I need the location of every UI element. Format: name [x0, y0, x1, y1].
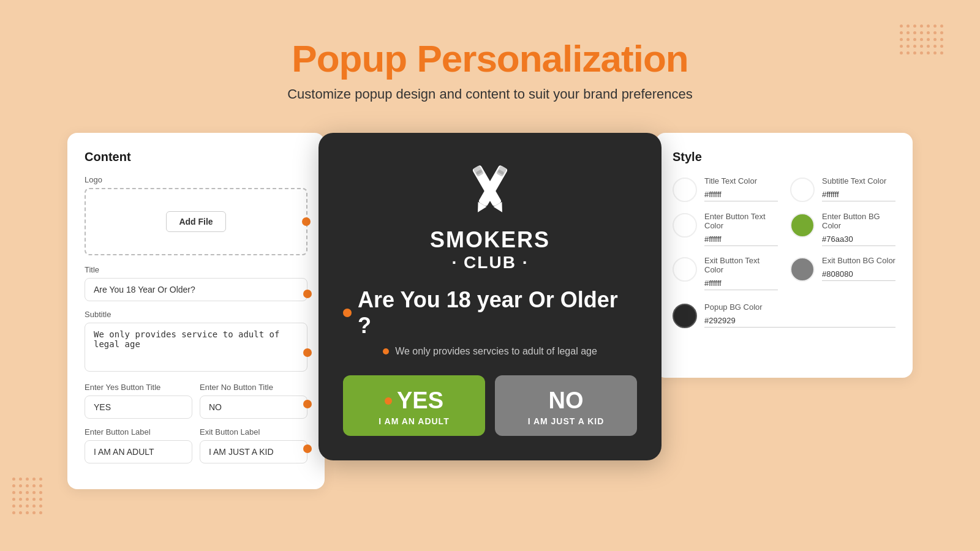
title-orange: Personalization [417, 37, 688, 80]
connector-dot-logo [302, 217, 311, 226]
popup-subtitle-text: We only provides servcies to adult of le… [395, 346, 597, 357]
yes-button[interactable]: YES I AM AN ADULT [343, 375, 485, 436]
add-file-button[interactable]: Add File [166, 211, 225, 232]
enter-btn-text-color-value[interactable]: #ffffff [704, 233, 778, 246]
title-text-color-circle[interactable] [673, 178, 697, 202]
title-black: Popup [292, 37, 407, 80]
subtitle-text-color-label: Subtitle Text Color [822, 176, 895, 186]
yes-button-label-row: YES [385, 388, 443, 414]
connector-dot-no [303, 400, 312, 408]
page-header: Popup Personalization Customize popup de… [0, 0, 980, 114]
no-button-sub: I AM JUST A KID [528, 416, 605, 426]
orange-dot-title [343, 309, 352, 317]
popup-bg-color-circle[interactable] [673, 304, 697, 328]
yes-orange-dot [385, 397, 392, 405]
enter-btn-bg-color-circle[interactable] [790, 213, 815, 238]
exit-button-label-label: Exit Button Label [200, 427, 307, 437]
enter-btn-text-color-circle[interactable] [673, 213, 697, 238]
enter-btn-bg-color-item: Enter Button BG Color #76aa30 [790, 212, 895, 246]
enter-btn-bg-color-value[interactable]: #76aa30 [822, 233, 895, 246]
connector-dot-exit [303, 444, 312, 453]
connector-dot-title [303, 290, 312, 298]
popup-bg-color-item: Popup BG Color #292929 [673, 302, 895, 328]
yes-button-title-label: Enter Yes Button Title [85, 383, 192, 392]
page-subtitle: Customize popup design and content to su… [0, 86, 980, 102]
yes-button-text: YES [397, 388, 443, 414]
no-button-text: NO [549, 388, 584, 414]
popup-title-row: Are You 18 year Or Older ? [343, 287, 637, 339]
title-input[interactable] [85, 278, 307, 301]
style-panel: Style Title Text Color #ffffff Subtitle … [655, 133, 913, 378]
exit-btn-bg-color-label: Exit Button BG Color [822, 256, 895, 265]
subtitle-label: Subtitle [85, 310, 307, 319]
smokers-club-icon [453, 157, 527, 225]
popup-subtitle-row: We only provides servcies to adult of le… [343, 346, 637, 357]
exit-btn-bg-color-item: Exit Button BG Color #808080 [790, 256, 895, 290]
connector-dot-subtitle [303, 348, 312, 357]
brand-line1: SMOKERS [430, 227, 550, 253]
content-panel: Content Logo Add File Title Subtitle We … [67, 133, 325, 489]
title-text-color-item: Title Text Color #ffffff [673, 176, 778, 202]
style-grid: Title Text Color #ffffff Subtitle Text C… [673, 176, 895, 328]
enter-btn-text-color-label: Enter Button Text Color [704, 212, 778, 230]
popup-brand: SMOKERS · CLUB · [430, 227, 550, 272]
style-panel-title: Style [673, 150, 895, 164]
no-button-title-label: Enter No Button Title [200, 383, 307, 392]
logo-label: Logo [85, 175, 307, 184]
orange-dot-subtitle [383, 348, 389, 354]
enter-btn-text-color-item: Enter Button Text Color #ffffff [673, 212, 778, 246]
title-text-color-label: Title Text Color [704, 176, 778, 186]
title-label: Title [85, 265, 307, 274]
dot-pattern-top-right [900, 24, 943, 54]
popup-buttons: YES I AM AN ADULT NO I AM JUST A KID [343, 375, 637, 436]
content-panel-title: Content [85, 150, 307, 164]
popup-preview: SMOKERS · CLUB · Are You 18 year Or Olde… [318, 133, 662, 460]
no-button-input[interactable] [200, 395, 307, 419]
brand-line2: · CLUB · [430, 253, 550, 272]
exit-btn-bg-color-value[interactable]: #808080 [822, 268, 895, 281]
page-title: Popup Personalization [0, 37, 980, 80]
subtitle-text-color-item: Subtitle Text Color #ffffff [790, 176, 895, 202]
enter-btn-bg-color-label: Enter Button BG Color [822, 212, 895, 230]
exit-btn-text-color-circle[interactable] [673, 257, 697, 282]
main-layout: Content Logo Add File Title Subtitle We … [0, 114, 980, 489]
exit-button-label-input[interactable] [200, 440, 307, 463]
popup-main-title: Are You 18 year Or Older ? [358, 287, 637, 339]
title-text-color-value[interactable]: #ffffff [704, 188, 778, 201]
popup-logo-area: SMOKERS · CLUB · [430, 157, 550, 272]
popup-bg-color-label: Popup BG Color [704, 302, 895, 312]
exit-btn-bg-color-circle[interactable] [790, 257, 815, 282]
enter-button-label-label: Enter Button Label [85, 427, 192, 437]
exit-btn-text-color-item: Exit Button Text Color #ffffff [673, 256, 778, 290]
enter-button-label-input[interactable] [85, 440, 192, 463]
no-button[interactable]: NO I AM JUST A KID [495, 375, 637, 436]
subtitle-text-color-value[interactable]: #ffffff [822, 188, 895, 201]
popup-bg-color-value[interactable]: #292929 [704, 314, 895, 328]
yes-button-input[interactable] [85, 395, 192, 419]
logo-upload-area[interactable]: Add File [85, 188, 307, 255]
exit-btn-text-color-value[interactable]: #ffffff [704, 277, 778, 290]
exit-btn-text-color-label: Exit Button Text Color [704, 256, 778, 274]
yes-button-sub: I AM AN ADULT [379, 416, 449, 426]
subtitle-text-color-circle[interactable] [790, 178, 815, 202]
subtitle-input[interactable]: We only provides service to adult of leg… [85, 323, 307, 372]
